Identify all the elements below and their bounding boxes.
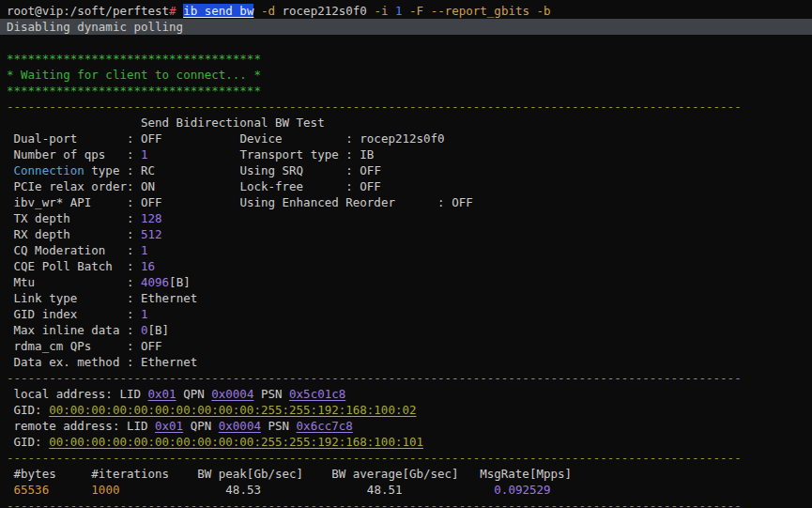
param-value: OFF	[141, 339, 162, 353]
psn-value: 0x6cc7c8	[297, 419, 353, 433]
param-label: type :	[84, 163, 141, 177]
lid-value: 0x01	[148, 387, 176, 401]
address-label: remote address: LID	[7, 419, 155, 433]
text-run	[7, 483, 14, 497]
param-value: OFF	[360, 179, 381, 193]
param-label: GID index :	[7, 307, 141, 321]
flag-force: -F	[409, 4, 423, 18]
lid-value: 0x01	[155, 419, 183, 433]
param-cqe-poll-batch: CQE Poll Batch : 16	[0, 258, 812, 274]
param-value: 16	[141, 259, 155, 273]
param-value: Ethernet	[141, 291, 197, 305]
bytes-value: 65536	[14, 483, 50, 497]
param-value: OFF	[141, 131, 162, 146]
param-label: PCIe relax order:	[7, 179, 141, 193]
param-label: Using SRQ :	[239, 163, 360, 177]
msgrate-value: 0.092529	[494, 483, 550, 497]
param-rx-depth: RX depth : 512	[0, 226, 812, 242]
bw-average-value: 48.51	[367, 483, 403, 497]
gid-value: 00:00:00:00:00:00:00:00:00:00:255:255:19…	[49, 403, 416, 417]
param-label-highlight: Connection	[14, 163, 84, 177]
text-run	[7, 163, 14, 177]
separator: ----------------------------------------…	[7, 100, 742, 114]
param-label: Link type :	[7, 291, 141, 305]
param-dual-port-device: Dual-port : OFF Device : rocep212s0f0	[0, 131, 812, 146]
separator: ----------------------------------------…	[7, 371, 742, 385]
param-value: RC	[141, 163, 155, 177]
test-title-line: Send Bidirectional BW Test	[0, 115, 812, 131]
param-data-ex-method: Data ex. method : Ethernet	[0, 354, 812, 370]
param-connection-srq: Connection type : RC Using SRQ : OFF	[0, 162, 812, 178]
param-mtu: Mtu : 4096[B]	[0, 274, 812, 290]
param-value: IB	[360, 147, 374, 162]
param-unit: [B]	[148, 323, 170, 337]
blank-line	[0, 35, 812, 51]
text-run	[49, 483, 91, 497]
separator: ----------------------------------------…	[7, 499, 742, 508]
local-address-line: local address: LID 0x01 QPN 0x0004 PSN 0…	[0, 386, 812, 402]
text-run	[388, 4, 395, 18]
param-label: Data ex. method :	[7, 355, 141, 369]
param-rdmacm-qps: rdma_cm QPs : OFF	[0, 338, 812, 354]
qpn-value: 0x0004	[219, 419, 261, 433]
param-value: 1	[141, 243, 148, 257]
shell-prompt: root@vip:/soft/perftest	[7, 4, 169, 18]
qpn-value: 0x0004	[211, 387, 253, 401]
command-line: root@vip:/soft/perftest# ib_send_bw -d r…	[0, 3, 812, 19]
qpn-label: QPN	[183, 419, 219, 433]
param-label: ibv_wr* API :	[7, 195, 141, 209]
param-value: 4096	[141, 275, 169, 289]
separator-line: ----------------------------------------…	[0, 370, 812, 386]
gid-value: 00:00:00:00:00:00:00:00:00:00:255:255:19…	[49, 435, 423, 449]
text-run	[529, 4, 537, 18]
flag-index: -i	[374, 4, 388, 18]
param-pcie-lockfree: PCIe relax order: ON Lock-free : OFF	[0, 178, 812, 194]
terminal[interactable]: root@vip:/soft/perftest# ib_send_bw -d r…	[0, 0, 812, 508]
param-value: OFF	[360, 163, 381, 177]
param-label: RX depth :	[7, 227, 141, 241]
text-run	[261, 483, 367, 497]
flag-report-gbits: --report_gbits	[431, 4, 529, 18]
psn-value: 0x5c01c8	[289, 387, 345, 401]
results-header-line: #bytes #iterations BW peak[Gb/sec] BW av…	[0, 466, 812, 482]
param-max-inline: Max inline data : 0[B]	[0, 322, 812, 338]
param-value: OFF	[452, 195, 473, 209]
text-run	[155, 163, 239, 177]
param-label: Transport type :	[239, 147, 360, 162]
param-label: TX depth :	[7, 211, 141, 225]
param-value: 512	[141, 227, 162, 241]
results-row: 65536 1000 48.53 48.51 0.092529	[0, 482, 812, 498]
text-run	[155, 179, 239, 193]
param-label: Dual-port :	[7, 131, 141, 146]
param-label: Number of qps :	[7, 147, 141, 162]
index-argument: 1	[395, 4, 403, 18]
command-name: ib_send_bw	[183, 4, 253, 18]
banner-top-line: ************************************	[0, 51, 812, 67]
param-qps-transport: Number of qps : 1 Transport type : IB	[0, 146, 812, 162]
param-label: Mtu :	[7, 275, 141, 289]
param-value: ON	[141, 179, 155, 193]
banner-border: ************************************	[7, 84, 261, 98]
separator-line: ----------------------------------------…	[0, 450, 812, 466]
param-gid-index: GID index : 1	[0, 306, 812, 322]
separator-line: ----------------------------------------…	[0, 498, 812, 508]
psn-label: PSN	[253, 387, 289, 401]
flag-device: -d	[261, 4, 275, 18]
qpn-label: QPN	[176, 387, 212, 401]
param-value: 128	[141, 211, 162, 225]
text-run	[403, 483, 495, 497]
text-run	[119, 483, 225, 497]
banner-message: * Waiting for client to connect... *	[7, 68, 261, 82]
prompt-symbol: #	[169, 4, 176, 18]
gid-label: GID:	[7, 403, 49, 417]
text-run	[403, 4, 410, 18]
param-value: rocep212s0f0	[360, 131, 444, 146]
param-label: Using Enhanced Reorder :	[239, 195, 452, 209]
iterations-value: 1000	[91, 483, 119, 497]
status-message: Disabling dynamic polling	[7, 20, 183, 34]
param-label: Lock-free :	[239, 179, 360, 193]
remote-address-line: remote address: LID 0x01 QPN 0x0004 PSN …	[0, 418, 812, 434]
text-run	[162, 131, 240, 146]
local-gid-line: GID: 00:00:00:00:00:00:00:00:00:00:255:2…	[0, 402, 812, 418]
address-label: local address: LID	[7, 387, 148, 401]
